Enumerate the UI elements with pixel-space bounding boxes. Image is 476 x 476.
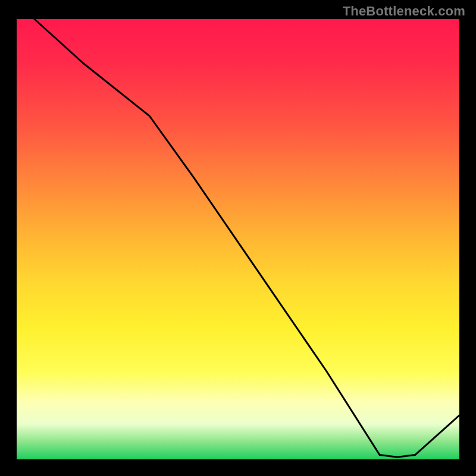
plot-area — [17, 19, 459, 459]
curve-path — [35, 19, 459, 457]
stage: TheBottleneck.com — [0, 0, 476, 476]
plot-frame — [11, 19, 465, 465]
plot-overlay — [17, 19, 459, 459]
watermark-text: TheBottleneck.com — [343, 4, 465, 19]
curve-svg — [17, 19, 459, 459]
